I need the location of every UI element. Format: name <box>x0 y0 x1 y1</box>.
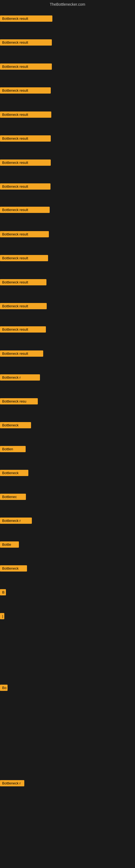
bottleneck-item-1[interactable]: Bottleneck result <box>0 16 52 22</box>
bottleneck-item-5[interactable]: Bottleneck result <box>0 112 51 118</box>
bottleneck-item-25[interactable]: B <box>0 589 6 595</box>
bottleneck-item-16[interactable]: Bottleneck r <box>0 374 40 380</box>
bottleneck-item-15[interactable]: Bottleneck result <box>0 350 43 357</box>
bottleneck-item-22[interactable]: Bottleneck r <box>0 518 32 524</box>
bottleneck-item-10[interactable]: Bottleneck result <box>0 231 49 237</box>
bottleneck-item-7[interactable]: Bottleneck result <box>0 159 51 166</box>
bottleneck-item-12[interactable]: Bottleneck result <box>0 279 46 285</box>
bottleneck-item-11[interactable]: Bottleneck result <box>0 255 48 261</box>
bottleneck-item-26[interactable]: | <box>0 613 4 619</box>
bottleneck-item-21[interactable]: Bottlenec <box>0 494 26 500</box>
bottleneck-item-14[interactable]: Bottleneck result <box>0 326 46 333</box>
bottleneck-item-8[interactable]: Bottleneck result <box>0 183 50 190</box>
bottleneck-item-2[interactable]: Bottleneck result <box>0 39 52 45</box>
bottleneck-item-23[interactable]: Bottle <box>0 541 19 548</box>
bottleneck-item-6[interactable]: Bottleneck result <box>0 135 51 142</box>
bottleneck-item-13[interactable]: Bottleneck result <box>0 303 47 309</box>
bottleneck-item-27[interactable]: Bo <box>0 685 8 691</box>
bottleneck-item-28[interactable]: Bottleneck r <box>0 780 24 786</box>
site-title: TheBottlenecker.com <box>50 2 85 6</box>
bottleneck-item-20[interactable]: Bottleneck <box>0 470 28 476</box>
bottleneck-item-18[interactable]: Bottleneck <box>0 422 31 428</box>
bottleneck-item-9[interactable]: Bottleneck result <box>0 207 50 213</box>
bottleneck-item-3[interactable]: Bottleneck result <box>0 63 52 70</box>
bottleneck-item-24[interactable]: Bottleneck <box>0 565 27 571</box>
bottleneck-item-4[interactable]: Bottleneck result <box>0 87 51 94</box>
bottleneck-item-19[interactable]: Bottlen <box>0 446 26 452</box>
bottleneck-item-17[interactable]: Bottleneck resu <box>0 398 38 404</box>
